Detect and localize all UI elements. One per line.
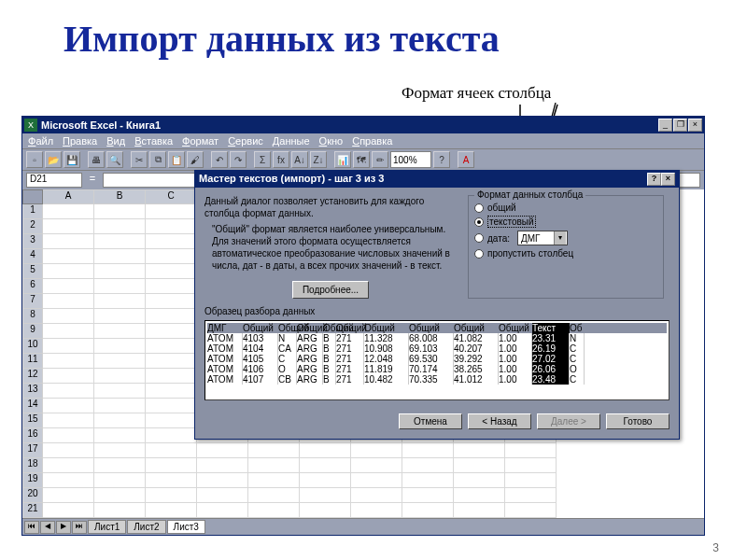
row-header[interactable]: 21	[22, 503, 43, 518]
cell[interactable]	[146, 458, 197, 473]
cell[interactable]	[248, 443, 300, 458]
cell[interactable]	[505, 503, 557, 518]
cell[interactable]	[146, 264, 197, 279]
back-button[interactable]: < Назад	[468, 413, 531, 429]
chart-icon[interactable]: 📊	[334, 151, 351, 168]
preview-col-header[interactable]: Общий	[499, 323, 532, 333]
cell[interactable]	[43, 399, 94, 413]
row-header[interactable]: 17	[22, 443, 43, 458]
cell[interactable]	[351, 458, 402, 473]
cell[interactable]	[197, 488, 248, 503]
sheet-tab-Лист3[interactable]: Лист3	[167, 520, 205, 534]
cell[interactable]	[300, 458, 351, 473]
cell[interactable]	[43, 354, 94, 369]
row-header[interactable]: 14	[22, 399, 43, 413]
radio-skip[interactable]: пропустить столбец	[474, 248, 657, 259]
cell[interactable]	[94, 309, 146, 324]
cell[interactable]	[146, 204, 197, 219]
cell[interactable]	[146, 488, 197, 503]
cell[interactable]	[94, 279, 146, 294]
cell[interactable]	[43, 324, 94, 339]
menu-Окно[interactable]: Окно	[319, 135, 344, 147]
cell[interactable]	[454, 503, 505, 518]
cell[interactable]	[146, 249, 197, 264]
map-icon[interactable]: 🗺	[353, 151, 370, 168]
menu-Правка[interactable]: Правка	[63, 135, 97, 147]
cell[interactable]	[146, 369, 197, 384]
autosum-icon[interactable]: Σ	[254, 151, 271, 168]
cell[interactable]	[146, 324, 197, 339]
preview-col-header[interactable]: Текст	[532, 323, 570, 333]
row-header[interactable]: 4	[22, 249, 43, 264]
finish-button[interactable]: Готово	[606, 413, 669, 429]
cell[interactable]	[454, 443, 505, 458]
print-icon[interactable]: 🖶	[88, 151, 105, 168]
tab-nav-first[interactable]: ⏮	[24, 521, 39, 534]
menu-Данные[interactable]: Данные	[273, 135, 310, 147]
cell[interactable]	[43, 264, 94, 279]
help-icon[interactable]: ?	[433, 151, 450, 168]
cut-icon[interactable]: ✂	[131, 151, 148, 168]
cell[interactable]	[248, 488, 300, 503]
cell[interactable]	[402, 503, 454, 518]
cell[interactable]	[402, 488, 454, 503]
cell[interactable]	[146, 443, 197, 458]
cell[interactable]	[94, 204, 146, 219]
data-preview[interactable]: ДМГОбщийОбщийОбщийОбщийОбщийОбщийОбщийОб…	[204, 320, 669, 400]
row-header[interactable]: 2	[22, 219, 43, 234]
cell[interactable]	[94, 339, 146, 354]
cell[interactable]	[94, 369, 146, 384]
cell[interactable]	[300, 443, 351, 458]
format-painter-icon[interactable]: 🖌	[187, 151, 204, 168]
cell[interactable]	[248, 458, 300, 473]
cell[interactable]	[94, 473, 146, 488]
cell[interactable]	[43, 294, 94, 309]
row-header[interactable]: 13	[22, 384, 43, 399]
tab-nav-next[interactable]: ▶	[56, 521, 71, 534]
sort-asc-icon[interactable]: A↓	[291, 151, 308, 168]
menu-Вставка[interactable]: Вставка	[134, 135, 173, 147]
cell[interactable]	[94, 428, 146, 443]
cell[interactable]	[43, 204, 94, 219]
cell[interactable]	[402, 473, 454, 488]
cell[interactable]	[146, 354, 197, 369]
row-header[interactable]: 9	[22, 324, 43, 339]
cell[interactable]	[94, 354, 146, 369]
new-icon[interactable]: ▫	[26, 151, 43, 168]
dialog-close-button[interactable]: ×	[661, 173, 675, 186]
cell[interactable]	[43, 473, 94, 488]
close-button[interactable]: ×	[688, 119, 702, 132]
preview-col-header[interactable]: Общий	[409, 323, 454, 333]
open-icon[interactable]: 📂	[45, 151, 62, 168]
row-header[interactable]: 10	[22, 339, 43, 354]
radio-general[interactable]: общий	[474, 203, 657, 213]
cell[interactable]	[248, 473, 300, 488]
cell[interactable]	[94, 458, 146, 473]
cell[interactable]	[43, 428, 94, 443]
cell[interactable]	[351, 488, 402, 503]
preview-col-header[interactable]: ДМГ	[207, 323, 243, 333]
cell[interactable]	[43, 503, 94, 518]
cell[interactable]	[402, 458, 454, 473]
save-icon[interactable]: 💾	[63, 151, 80, 168]
cell[interactable]	[94, 324, 146, 339]
preview-icon[interactable]: 🔍	[106, 151, 123, 168]
cell[interactable]	[197, 458, 248, 473]
cell[interactable]	[94, 488, 146, 503]
column-header-A[interactable]: A	[43, 189, 94, 204]
sort-desc-icon[interactable]: Z↓	[310, 151, 327, 168]
cell[interactable]	[146, 384, 197, 399]
cell[interactable]	[146, 428, 197, 443]
sheet-tab-Лист1[interactable]: Лист1	[88, 520, 126, 534]
zoom-combo[interactable]: 100%	[390, 151, 431, 168]
cell[interactable]	[43, 279, 94, 294]
select-all-corner[interactable]	[22, 189, 43, 204]
preview-col-header[interactable]: Общий	[278, 323, 297, 333]
cell[interactable]	[146, 234, 197, 249]
row-header[interactable]: 16	[22, 428, 43, 443]
cell[interactable]	[454, 458, 505, 473]
row-header[interactable]: 19	[22, 473, 43, 488]
row-header[interactable]: 18	[22, 458, 43, 473]
radio-text[interactable]: текстовый	[474, 216, 657, 228]
cell[interactable]	[43, 339, 94, 354]
